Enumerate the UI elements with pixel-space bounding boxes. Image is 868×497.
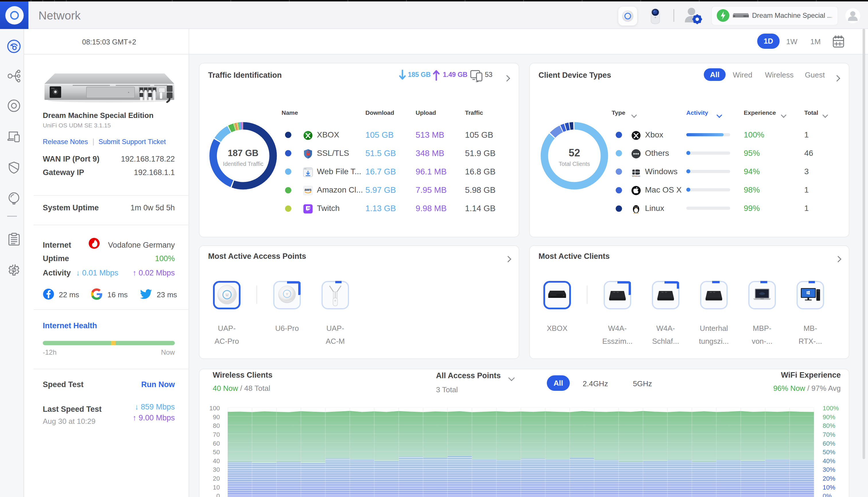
- svg-text:Windows: Windows: [632, 175, 640, 177]
